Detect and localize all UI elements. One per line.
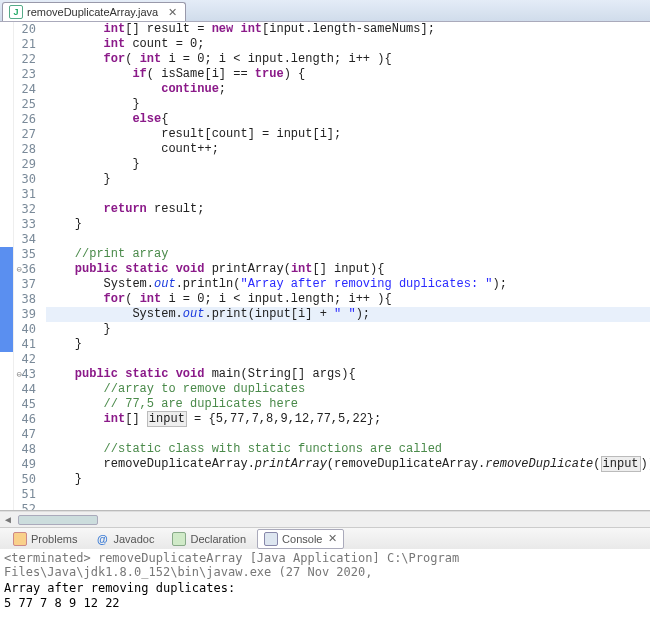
- fold-icon[interactable]: ⊖: [13, 265, 22, 274]
- line-number: 33: [14, 217, 36, 232]
- line-number: 40: [14, 322, 36, 337]
- close-icon[interactable]: ✕: [328, 532, 337, 545]
- line-number: 25: [14, 97, 36, 112]
- marker: [0, 427, 13, 442]
- code-line[interactable]: //static class with static functions are…: [46, 442, 650, 457]
- line-number: 48: [14, 442, 36, 457]
- code-line[interactable]: int[] input = {5,77,7,8,9,12,77,5,22};: [46, 412, 650, 427]
- line-number: 42: [14, 352, 36, 367]
- marker: [0, 217, 13, 232]
- line-number-gutter: 2021222324252627282930313233343536⊖37383…: [14, 22, 42, 510]
- code-line[interactable]: }: [46, 97, 650, 112]
- fold-icon[interactable]: ⊖: [13, 370, 22, 379]
- declaration-icon: [172, 532, 186, 546]
- problems-icon: [13, 532, 27, 546]
- marker: [0, 487, 13, 502]
- code-line[interactable]: }: [46, 322, 650, 337]
- editor-tabbar: J removeDuplicateArray.java ✕: [0, 0, 650, 22]
- line-number: 49: [14, 457, 36, 472]
- line-number: 36⊖: [14, 262, 36, 277]
- code-line[interactable]: public static void main(String[] args){: [46, 367, 650, 382]
- marker: [0, 352, 13, 367]
- tab-label: Console: [282, 533, 322, 545]
- line-number: 22: [14, 52, 36, 67]
- line-number: 37: [14, 277, 36, 292]
- tab-javadoc[interactable]: @ Javadoc: [88, 529, 161, 549]
- line-number: 27: [14, 127, 36, 142]
- code-line[interactable]: [46, 232, 650, 247]
- code-line[interactable]: }: [46, 157, 650, 172]
- code-line[interactable]: for( int i = 0; i < input.length; i++ ){: [46, 52, 650, 67]
- line-number: 32: [14, 202, 36, 217]
- line-number: 52: [14, 502, 36, 511]
- code-editor[interactable]: int[] result = new int[input.length-same…: [42, 22, 650, 510]
- console-icon: [264, 532, 278, 546]
- marker: [0, 412, 13, 427]
- line-number: 24: [14, 82, 36, 97]
- code-line[interactable]: int count = 0;: [46, 37, 650, 52]
- line-number: 29: [14, 157, 36, 172]
- code-line[interactable]: System.out.println("Array after removing…: [46, 277, 650, 292]
- tab-label: Problems: [31, 533, 77, 545]
- close-icon[interactable]: ✕: [168, 6, 177, 19]
- code-line[interactable]: else{: [46, 112, 650, 127]
- tab-problems[interactable]: Problems: [6, 529, 84, 549]
- console-header: <terminated> removeDuplicateArray [Java …: [4, 551, 646, 579]
- code-line[interactable]: count++;: [46, 142, 650, 157]
- code-line[interactable]: return result;: [46, 202, 650, 217]
- code-line[interactable]: }: [46, 172, 650, 187]
- scroll-thumb[interactable]: [18, 515, 98, 525]
- code-line[interactable]: for( int i = 0; i < input.length; i++ ){: [46, 292, 650, 307]
- code-line[interactable]: [46, 427, 650, 442]
- horizontal-scrollbar[interactable]: ◄: [0, 511, 650, 527]
- scroll-left-icon[interactable]: ◄: [0, 514, 16, 525]
- code-line[interactable]: if( isSame[i] == true) {: [46, 67, 650, 82]
- code-line[interactable]: int[] result = new int[input.length-same…: [46, 22, 650, 37]
- code-line[interactable]: [46, 352, 650, 367]
- line-number: 51: [14, 487, 36, 502]
- marker: [0, 82, 13, 97]
- code-line[interactable]: result[count] = input[i];: [46, 127, 650, 142]
- line-number: 20: [14, 22, 36, 37]
- marker: [0, 52, 13, 67]
- marker: [0, 337, 13, 352]
- marker: [0, 187, 13, 202]
- marker: [0, 247, 13, 262]
- code-line[interactable]: // 77,5 are duplicates here: [46, 397, 650, 412]
- line-number: 50: [14, 472, 36, 487]
- code-line[interactable]: //array to remove duplicates: [46, 382, 650, 397]
- line-number: 23: [14, 67, 36, 82]
- tab-declaration[interactable]: Declaration: [165, 529, 253, 549]
- marker-column: [0, 22, 14, 510]
- marker: [0, 472, 13, 487]
- code-line[interactable]: System.out.print(input[i] + " ");: [46, 307, 650, 322]
- line-number: 45: [14, 397, 36, 412]
- marker: [0, 457, 13, 472]
- line-number: 34: [14, 232, 36, 247]
- code-line[interactable]: public static void printArray(int[] inpu…: [46, 262, 650, 277]
- code-line[interactable]: }: [46, 217, 650, 232]
- code-line[interactable]: continue;: [46, 82, 650, 97]
- marker: [0, 127, 13, 142]
- marker: [0, 97, 13, 112]
- line-number: 28: [14, 142, 36, 157]
- code-line[interactable]: //print array: [46, 247, 650, 262]
- marker: [0, 442, 13, 457]
- code-line[interactable]: [46, 187, 650, 202]
- java-file-icon: J: [9, 5, 23, 19]
- line-number: 30: [14, 172, 36, 187]
- marker: [0, 307, 13, 322]
- tab-console[interactable]: Console ✕: [257, 529, 344, 549]
- marker: [0, 262, 13, 277]
- tab-label: Javadoc: [113, 533, 154, 545]
- marker: [0, 397, 13, 412]
- marker: [0, 172, 13, 187]
- code-line[interactable]: }: [46, 472, 650, 487]
- marker: [0, 22, 13, 37]
- code-line[interactable]: [46, 502, 650, 510]
- code-line[interactable]: [46, 487, 650, 502]
- editor-tab[interactable]: J removeDuplicateArray.java ✕: [2, 2, 186, 21]
- code-line[interactable]: removeDuplicateArray.printArray(removeDu…: [46, 457, 650, 472]
- code-line[interactable]: }: [46, 337, 650, 352]
- line-number: 21: [14, 37, 36, 52]
